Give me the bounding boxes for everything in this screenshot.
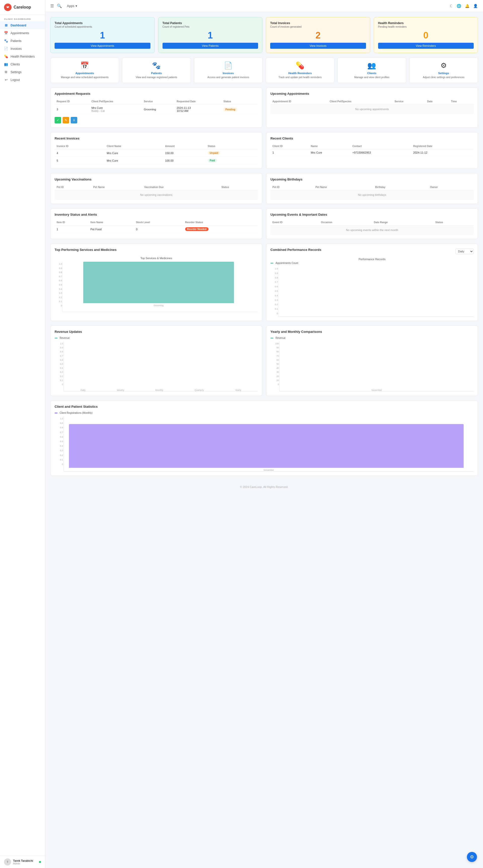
view-appointments-button[interactable]: View Appointments [55, 43, 150, 49]
client-stats-legend-dot [55, 412, 58, 413]
col-appt-id: Appointment ID [271, 98, 328, 104]
user-name: Tarek Tarabichi [13, 859, 37, 862]
perf-legend-label: Appointments Count [276, 262, 299, 265]
sidebar-item-logout[interactable]: ↩ Logout [0, 76, 45, 84]
y-axis-perf: 1.0 0.9 0.8 0.7 0.6 0.5 0.4 0.3 0.2 0.1 … [271, 267, 278, 317]
qa-patients-icon: 🐾 [125, 61, 188, 70]
sidebar-label-dashboard: Dashboard [10, 24, 26, 27]
theme-icon[interactable]: ☾ [450, 4, 453, 8]
approve-button[interactable]: ✓ [55, 117, 61, 123]
col-item-id: Item ID [55, 219, 88, 225]
charts-row-1: Top Performing Services and Medicines To… [50, 244, 478, 321]
y-label: 0.8 [271, 277, 278, 279]
qa-invoices-icon: 📄 [197, 61, 260, 70]
quick-access-appointments[interactable]: 📅 Appointments Manage and view scheduled… [50, 58, 119, 83]
sidebar-item-dashboard[interactable]: ⊞ Dashboard [0, 21, 45, 29]
appointment-requests-table: Request ID Client Pet/Species Service Re… [55, 98, 258, 114]
y-label: 1.0 [55, 263, 62, 265]
upcoming-events-panel: Upcoming Events & Important Dates Event … [266, 208, 478, 239]
yearly-legend: Revenue [271, 337, 474, 339]
quick-access-clients[interactable]: 👥 Clients Manage and view client profile… [337, 58, 406, 83]
upcoming-birthdays-table: Pet ID Pet Name Birthday Owner No upcomi… [271, 184, 474, 199]
top-services-chart-title: Top Services & Medicines [55, 257, 258, 260]
user-role: Admin [13, 862, 37, 865]
sidebar-item-settings[interactable]: ⚙ Settings [0, 68, 45, 76]
y-label: 0.4 [55, 288, 62, 290]
stat-title-invoices: Total Invoices [270, 21, 366, 25]
inventory-table: Item ID Item Name Stock Level Reorder St… [55, 219, 258, 233]
quick-access-health-reminders[interactable]: 💊 Health Reminders Track and update pet … [266, 58, 334, 83]
sidebar-label-appointments: Appointments [10, 31, 29, 35]
col-service: Service [142, 98, 175, 104]
performance-period-select[interactable]: Daily Weekly Monthly [455, 249, 474, 254]
col-date-range: Date Range [372, 219, 433, 225]
info-button[interactable]: ℹ [71, 117, 77, 123]
y-label: 1.0 [55, 417, 64, 420]
y-label: 0.6 [55, 436, 64, 438]
logout-icon: ↩ [4, 78, 8, 82]
top-services-title: Top Performing Services and Medicines [55, 248, 258, 252]
yearly-chart-area: 100 90 80 70 60 50 40 30 20 10 0 Novembe… [271, 341, 474, 392]
y-label: 0.1 [55, 459, 64, 461]
y-label: 0.6 [55, 279, 62, 282]
flag-icon[interactable]: 🌐 [457, 4, 461, 8]
sidebar: ❤ Careloop CLINIC DASHBOARD ⊞ Dashboard … [0, 0, 45, 868]
req-date: 2024-11-1310:52 AM [175, 104, 221, 114]
quick-access-invoices[interactable]: 📄 Invoices Access and generate patient i… [194, 58, 263, 83]
y-label: 0.3 [271, 299, 278, 301]
yearly-chart-content: November [280, 341, 474, 392]
edit-button[interactable]: ✎ [63, 117, 69, 123]
menu-icon[interactable]: ☰ [50, 3, 54, 8]
x-label: Monthly [155, 389, 164, 392]
stat-cards-row: Total Appointments Count of scheduled ap… [50, 17, 478, 53]
inv-amount: 150.00 [163, 149, 205, 157]
sidebar-item-appointments[interactable]: 📅 Appointments [0, 29, 45, 37]
view-patients-button[interactable]: View Patients [163, 43, 258, 49]
inventory-events-row: Inventory Status and Alerts Item ID Item… [50, 208, 478, 239]
sidebar-item-patients[interactable]: 🐾 Patients [0, 37, 45, 45]
col-event-id: Event ID [271, 219, 319, 225]
bars-container: Grooming [62, 262, 258, 312]
y-label: 0.4 [55, 367, 64, 369]
perf-legend: Appointments Count [271, 262, 474, 265]
combined-performance-panel: Combined Performance Records Daily Weekl… [266, 244, 478, 321]
sidebar-item-invoices[interactable]: 📄 Invoices [0, 45, 45, 53]
sidebar-item-health-reminders[interactable]: 💊 Health Reminders [0, 53, 45, 60]
qa-patients-desc: View and manage registered patients [125, 76, 188, 79]
table-row: 3 Mrs CureBuddy - Cat Grooming 2024-11-1… [55, 104, 258, 114]
revenue-updates-title: Revenue Updates [55, 330, 258, 334]
stat-card-patients: Total Patients Count of registered Pets … [158, 17, 263, 53]
user-avatar-icon[interactable]: 👤 [473, 4, 478, 8]
sidebar-item-clients[interactable]: 👥 Clients [0, 60, 45, 68]
top-services-chart-area: 1.0 0.9 0.8 0.7 0.6 0.5 0.4 0.3 0.2 0.1 … [55, 262, 258, 312]
view-reminders-button[interactable]: View Reminders [378, 43, 474, 49]
col-amount: Amount [163, 143, 205, 149]
inv-id: 4 [55, 149, 105, 157]
stat-card-appointments: Total Appointments Count of scheduled ap… [50, 17, 155, 53]
y-label: 0.9 [271, 272, 278, 275]
y-label: 0.7 [55, 275, 62, 278]
search-icon[interactable]: 🔍 [57, 3, 62, 8]
view-invoices-button[interactable]: View Invoices [270, 43, 366, 49]
y-label: 30 [271, 371, 280, 373]
qa-health-reminders-desc: Track and update pet health reminders [268, 76, 332, 79]
fab-button[interactable]: ⚙ [467, 852, 477, 862]
upcoming-birthdays-title: Upcoming Birthdays [271, 178, 474, 181]
recent-invoices-title: Recent Invoices [55, 136, 258, 140]
quick-access-settings[interactable]: ⚙ Settings Adjust clinic settings and pr… [409, 58, 478, 83]
y-label: 0.7 [55, 355, 64, 357]
sidebar-label-invoices: Invoices [10, 47, 22, 51]
bar-november-clients [69, 424, 464, 468]
clients-icon: 👥 [4, 62, 8, 66]
apps-button[interactable]: Apps ▾ [65, 3, 79, 9]
y-label: 0 [271, 312, 278, 315]
quick-access-patients[interactable]: 🐾 Patients View and manage registered pa… [122, 58, 191, 83]
y-label: 0.7 [55, 431, 64, 434]
y-label: 0.2 [55, 375, 64, 378]
col-item-name: Item Name [88, 219, 134, 225]
col-name: Name [309, 143, 350, 149]
notifications-icon[interactable]: 🔔 [465, 4, 470, 8]
qa-invoices-title: Invoices [197, 72, 260, 75]
app-name: Careloop [13, 5, 31, 9]
client-statistics-title: Client and Patient Statistics [55, 405, 474, 408]
